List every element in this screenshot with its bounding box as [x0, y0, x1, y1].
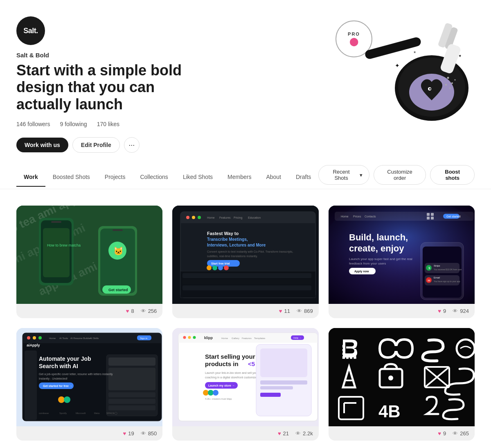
- shots-grid: app tea ami app ami app tea ami app tea …: [0, 189, 491, 448]
- shot-card-1[interactable]: app tea ami app ami app tea ami app tea …: [16, 206, 162, 318]
- profile-headline: Start with a simple bold design that you…: [16, 62, 213, 113]
- shot-likes-count-4: 19: [128, 430, 134, 437]
- tab-boosted-shots[interactable]: Boosted Shots: [45, 168, 97, 187]
- profile-logo: Salt.: [16, 16, 45, 45]
- shot-card-5[interactable]: klipp Home Gallery Features Templates He…: [172, 328, 318, 441]
- shot-card-2[interactable]: Home Features Pricing Education Fastest …: [172, 206, 318, 318]
- heart-icon: ♥: [279, 308, 282, 314]
- shot-meta-4: ♥ 19 👁 850: [16, 426, 162, 441]
- shot-likes-6: ♥ 9: [438, 430, 446, 437]
- shot-views-5: 👁 2.2k: [295, 430, 313, 437]
- shot-card-4[interactable]: Home AI Tools AI Resume Builder AI Skill…: [16, 328, 162, 441]
- shot-meta-2: ♥ 11 👁 869: [172, 304, 318, 318]
- dribbble-icon: ⬤: [349, 36, 359, 46]
- shot-views-4: 👁 850: [141, 430, 157, 437]
- logo-text: Salt.: [23, 27, 38, 35]
- shot-likes-count-5: 21: [283, 430, 289, 437]
- profile-illustration: PRO ⬤: [311, 16, 475, 147]
- shot-views-6: 👁 265: [453, 430, 469, 437]
- shot-image-5: klipp Home Gallery Features Templates He…: [172, 328, 318, 426]
- edit-profile-button[interactable]: Edit Profile: [72, 137, 120, 153]
- followers-count[interactable]: 146 followers: [16, 121, 50, 127]
- eye-icon: 👁: [295, 430, 301, 437]
- heart-icon: ♥: [123, 430, 126, 437]
- heart-icon: ♥: [126, 308, 129, 314]
- eye-icon: 👁: [141, 430, 146, 437]
- shot-likes-count-3: 9: [443, 308, 446, 314]
- heart-icon: ♥: [438, 308, 441, 314]
- svg-point-5: [429, 88, 431, 90]
- svg-point-12: [455, 79, 456, 81]
- shot-image-1: app tea ami app ami app tea ami app tea …: [16, 206, 162, 304]
- shot-image-6: ⬚: [329, 328, 475, 426]
- tab-members[interactable]: Members: [220, 168, 259, 187]
- profile-info: Salt. Salt & Bold Start with a simple bo…: [16, 16, 262, 153]
- shot-image-4: Home AI Tools AI Resume Builder AI Skill…: [16, 328, 162, 426]
- eye-icon: 👁: [453, 308, 458, 314]
- tab-drafts[interactable]: Drafts: [288, 168, 318, 187]
- heart-icon: ♥: [278, 430, 281, 437]
- boost-shots-button[interactable]: Boost shots: [430, 165, 475, 185]
- shot-views-count-1: 256: [148, 308, 157, 314]
- shot-image-3: Home Prices Contacts Get started Build, …: [329, 206, 475, 304]
- more-options-button[interactable]: ···: [124, 137, 140, 153]
- eye-icon: 👁: [141, 308, 146, 314]
- customize-order-button[interactable]: Customize order: [374, 165, 426, 185]
- svg-text:✦: ✦: [458, 54, 462, 58]
- heart-icon: ♥: [438, 430, 441, 437]
- profile-header: Salt. Salt & Bold Start with a simple bo…: [0, 0, 491, 153]
- shot-views-count-2: 869: [304, 308, 313, 314]
- shot-likes-count-2: 11: [284, 308, 290, 314]
- shot-meta-5: ♥ 21 👁 2.2k: [172, 426, 318, 441]
- shot-views-count-4: 850: [148, 430, 157, 437]
- shot-likes-5: ♥ 21: [278, 430, 289, 437]
- shot-likes-count-1: 8: [131, 308, 134, 314]
- eye-icon: 👁: [453, 430, 458, 437]
- tab-work[interactable]: Work: [16, 168, 45, 187]
- stats-row: 146 followers 9 following 170 likes: [16, 121, 262, 127]
- svg-point-13: [450, 88, 451, 89]
- shot-views-1: 👁 256: [141, 308, 157, 314]
- shot-views-2: 👁 869: [297, 308, 313, 314]
- shot-likes-4: ♥ 19: [123, 430, 134, 437]
- shot-likes-count-6: 9: [443, 430, 446, 437]
- shot-likes-2: ♥ 11: [279, 308, 290, 314]
- shot-meta-1: ♥ 8 👁 256: [16, 304, 162, 318]
- navigation: Work Boosted Shots Projects Collections …: [0, 165, 491, 189]
- shot-likes-3: ♥ 9: [438, 308, 446, 314]
- shot-card-3[interactable]: Home Prices Contacts Get started Build, …: [329, 206, 475, 318]
- shot-views-count-5: 2.2k: [303, 430, 313, 437]
- svg-point-9: [447, 77, 449, 79]
- nav-right-controls: Recent Shots ▾ Customize order Boost sho…: [318, 165, 475, 189]
- shot-views-3: 👁 924: [453, 308, 469, 314]
- actions-row: Work with us Edit Profile ···: [16, 137, 262, 153]
- tab-liked-shots[interactable]: Liked Shots: [176, 168, 220, 187]
- shot-views-count-3: 924: [460, 308, 469, 314]
- nav-tabs: Work Boosted Shots Projects Collections …: [16, 165, 475, 189]
- tab-projects[interactable]: Projects: [97, 168, 133, 187]
- hero-illustration: ✦ ✦ ★: [360, 12, 475, 135]
- following-count[interactable]: 9 following: [60, 121, 87, 127]
- shot-card-6[interactable]: ⬚: [329, 328, 475, 441]
- shot-meta-6: ♥ 9 👁 265: [329, 426, 475, 441]
- likes-count[interactable]: 170 likes: [97, 121, 119, 127]
- svg-text:✦: ✦: [395, 62, 400, 69]
- svg-point-11: [445, 84, 447, 86]
- svg-text:★: ★: [413, 50, 416, 54]
- shot-image-2: Home Features Pricing Education Fastest …: [172, 206, 318, 304]
- tab-about[interactable]: About: [259, 168, 288, 187]
- profile-name: Salt & Bold: [16, 52, 262, 59]
- shot-meta-3: ♥ 9 👁 924: [329, 304, 475, 318]
- pro-label: PRO: [348, 32, 360, 36]
- svg-point-10: [451, 82, 453, 84]
- work-with-us-button[interactable]: Work with us: [16, 138, 68, 152]
- recent-shots-filter[interactable]: Recent Shots ▾: [318, 165, 369, 185]
- recent-shots-label: Recent Shots: [325, 169, 357, 181]
- eye-icon: 👁: [297, 308, 302, 314]
- shot-views-count-6: 265: [460, 430, 469, 437]
- svg-rect-0: [364, 36, 422, 60]
- chevron-down-icon: ▾: [360, 172, 363, 178]
- tab-collections[interactable]: Collections: [133, 168, 175, 187]
- shot-likes-1: ♥ 8: [126, 308, 134, 314]
